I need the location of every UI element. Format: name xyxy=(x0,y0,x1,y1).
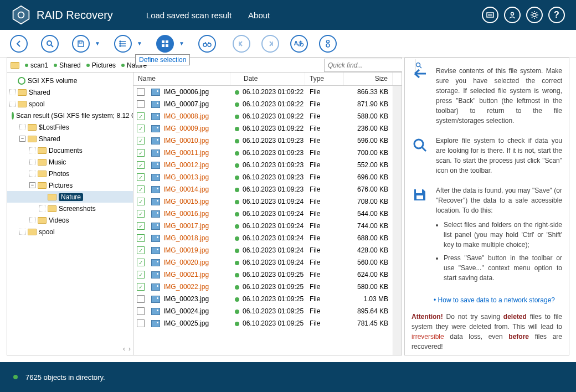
search-button[interactable] xyxy=(41,35,59,53)
help-link[interactable]: How to save data to a network storage? xyxy=(434,296,555,304)
tree-node[interactable]: Scan result (SGI XFS file system; 8.12 G… xyxy=(7,110,133,121)
svg-line-16 xyxy=(51,45,53,47)
back-button[interactable] xyxy=(10,35,28,53)
checkbox[interactable]: ✓ xyxy=(137,198,145,205)
image-icon xyxy=(151,89,160,96)
checkbox[interactable] xyxy=(137,319,145,327)
scrollbar[interactable] xyxy=(393,86,402,355)
table-row[interactable]: ✓IMG_00016.jpg06.10.2023 01:09:24File544… xyxy=(133,208,393,220)
image-icon xyxy=(151,235,160,242)
table-row[interactable]: ✓IMG_00008.jpg06.10.2023 01:09:22File588… xyxy=(133,110,393,122)
svg-point-5 xyxy=(511,13,514,16)
binoculars-button[interactable] xyxy=(198,35,216,53)
checkbox[interactable] xyxy=(137,88,145,96)
tree-node[interactable]: Shared xyxy=(7,86,133,98)
magnifier-icon xyxy=(412,136,428,176)
table-row[interactable]: ✓IMG_00019.jpg06.10.2023 01:09:24File428… xyxy=(133,244,393,256)
tree-node[interactable]: Documents xyxy=(7,145,133,156)
encoding-button[interactable]: Aあ xyxy=(290,35,308,53)
checkbox[interactable]: ✓ xyxy=(137,222,145,230)
checkbox[interactable]: ✓ xyxy=(137,210,145,218)
checkbox[interactable] xyxy=(137,295,145,303)
file-rows[interactable]: IMG_00006.jpg06.10.2023 01:09:22File866.… xyxy=(133,86,393,355)
checkbox[interactable] xyxy=(137,100,145,108)
table-row[interactable]: ✓IMG_00018.jpg06.10.2023 01:09:24File688… xyxy=(133,232,393,244)
list-view-button[interactable] xyxy=(114,35,132,53)
col-size[interactable]: Size xyxy=(344,73,393,85)
help-icon[interactable]: ? xyxy=(548,7,565,23)
checkbox[interactable]: ✓ xyxy=(137,149,145,157)
user2-button[interactable] xyxy=(319,35,337,53)
checkbox[interactable]: ✓ xyxy=(137,125,145,132)
svg-line-14 xyxy=(537,12,538,13)
next-button[interactable] xyxy=(261,35,279,53)
app-logo: RAID Recovery xyxy=(11,5,113,25)
tree-node[interactable]: $LostFiles xyxy=(7,121,133,133)
table-row[interactable]: IMG_00006.jpg06.10.2023 01:09:22File866.… xyxy=(133,86,393,98)
checkbox[interactable]: ✓ xyxy=(137,161,145,169)
table-row[interactable]: ✓IMG_00011.jpg06.10.2023 01:09:23File700… xyxy=(133,147,393,159)
column-headers[interactable]: Name Date Type Size xyxy=(133,73,402,86)
tree-node[interactable]: Nature xyxy=(7,191,133,203)
tree-node[interactable]: spool xyxy=(7,98,133,110)
table-row[interactable]: ✓IMG_00015.jpg06.10.2023 01:09:24File708… xyxy=(133,195,393,208)
menu-load-result[interactable]: Load saved scan result xyxy=(146,11,232,20)
image-icon xyxy=(151,125,160,132)
image-icon xyxy=(151,247,160,254)
prev-button[interactable] xyxy=(233,35,250,53)
save-dropdown[interactable]: ▼ xyxy=(94,40,101,47)
tree-node[interactable]: Music xyxy=(7,156,133,168)
checkbox[interactable]: ✓ xyxy=(137,246,145,254)
toolbar: ▼ ▼ ▼ Aあ Define selection xyxy=(0,30,576,58)
save-button[interactable] xyxy=(72,35,90,53)
table-row[interactable]: ✓IMG_00022.jpg06.10.2023 01:09:25File580… xyxy=(133,281,393,293)
menu-about[interactable]: About xyxy=(248,11,270,20)
table-row[interactable]: IMG_00007.jpg06.10.2023 01:09:22File871.… xyxy=(133,98,393,110)
checkbox[interactable]: ✓ xyxy=(137,112,145,120)
gear-icon[interactable] xyxy=(526,7,543,23)
checkbox[interactable]: ✓ xyxy=(137,234,145,242)
checkbox[interactable]: ✓ xyxy=(137,259,145,266)
col-type[interactable]: Type xyxy=(305,73,344,85)
image-icon xyxy=(151,162,160,169)
checkbox[interactable]: ✓ xyxy=(137,185,145,193)
list-dropdown[interactable]: ▼ xyxy=(136,40,143,47)
svg-rect-25 xyxy=(166,40,168,43)
table-row[interactable]: ✓IMG_00020.jpg06.10.2023 01:09:24File560… xyxy=(133,256,393,269)
table-row[interactable]: ✓IMG_00014.jpg06.10.2023 01:09:23File676… xyxy=(133,183,393,195)
folder-icon xyxy=(11,62,19,69)
selection-button[interactable] xyxy=(156,35,174,53)
col-name[interactable]: Name xyxy=(133,73,230,85)
col-date[interactable]: Date xyxy=(230,73,305,85)
image-icon xyxy=(151,137,160,145)
table-row[interactable]: IMG_00024.jpg06.10.2023 01:09:25File895.… xyxy=(133,305,393,317)
tree-node[interactable]: Photos xyxy=(7,168,133,179)
table-row[interactable]: IMG_00025.jpg06.10.2023 01:09:25File781.… xyxy=(133,317,393,329)
svg-point-35 xyxy=(326,44,330,47)
search-input[interactable] xyxy=(325,59,415,71)
checkbox[interactable]: ✓ xyxy=(137,173,145,181)
svg-rect-2 xyxy=(487,13,493,17)
selection-dropdown[interactable]: ▼ xyxy=(178,40,185,47)
checkbox[interactable] xyxy=(137,307,145,315)
checkbox[interactable]: ✓ xyxy=(137,271,145,278)
table-row[interactable]: ✓IMG_00010.jpg06.10.2023 01:09:23File596… xyxy=(133,135,393,147)
table-row[interactable]: ✓IMG_00017.jpg06.10.2023 01:09:24File744… xyxy=(133,220,393,232)
checkbox[interactable]: ✓ xyxy=(137,283,145,291)
tree-node[interactable]: Screenshots xyxy=(7,203,133,214)
table-row[interactable]: ✓IMG_00012.jpg06.10.2023 01:09:23File552… xyxy=(133,159,393,171)
tree-node[interactable]: Videos xyxy=(7,214,133,226)
tree-node[interactable]: −Shared xyxy=(7,133,133,145)
table-row[interactable]: ✓IMG_00013.jpg06.10.2023 01:09:23File696… xyxy=(133,171,393,183)
header-button-1[interactable] xyxy=(482,7,498,23)
table-row[interactable]: ✓IMG_00021.jpg06.10.2023 01:09:25File624… xyxy=(133,269,393,281)
tree-node[interactable]: spool xyxy=(7,226,133,238)
user-icon[interactable] xyxy=(504,7,521,23)
table-row[interactable]: ✓IMG_00009.jpg06.10.2023 01:09:22File236… xyxy=(133,122,393,135)
table-row[interactable]: IMG_00023.jpg06.10.2023 01:09:25File1.03… xyxy=(133,293,393,305)
tree-node[interactable]: −Pictures xyxy=(7,179,133,191)
tree-node[interactable]: SGI XFS volume xyxy=(7,75,133,86)
folder-tree[interactable]: SGI XFS volumeSharedspoolScan result (SG… xyxy=(7,73,133,355)
image-icon xyxy=(151,308,160,315)
checkbox[interactable]: ✓ xyxy=(137,137,145,145)
